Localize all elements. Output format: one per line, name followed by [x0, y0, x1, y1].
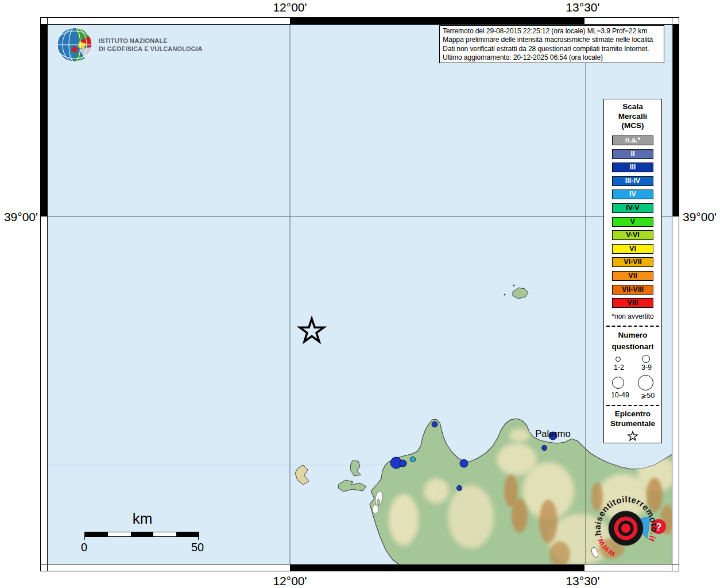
size-label-10-49: 10-49	[611, 391, 629, 400]
legend-panel: Scala Mercalli (MCS) n.a.*IIIIIIII-IVIVI…	[603, 99, 662, 443]
size-label-1-2: 1-2	[614, 363, 624, 372]
questionnaire-size-row-2	[605, 375, 660, 390]
lagoon-island	[377, 499, 380, 505]
ingv-globe-icon	[56, 26, 93, 63]
size-circle-1-2	[616, 357, 621, 362]
islet	[504, 294, 506, 296]
legend-divider-2	[606, 405, 659, 406]
info-line-3: Dati non verificati estratti da 28 quest…	[443, 45, 661, 53]
lagoon-2	[373, 505, 378, 514]
mcs-swatch: VIII	[612, 298, 653, 308]
mcs-swatch: IV	[612, 189, 653, 199]
frame-corner	[41, 18, 48, 25]
scale-bar-end: 50	[191, 541, 204, 554]
size-label-3-9: 3-9	[641, 363, 652, 372]
scale-bar-start: 0	[81, 541, 87, 554]
epicenter-legend-star-icon	[625, 430, 641, 443]
legend-title: Scala Mercalli (MCS)	[618, 102, 647, 131]
mcs-swatch: III-IV	[612, 176, 653, 186]
scale-bar-segments	[85, 532, 199, 537]
map-page: 12°00' 13°30' 12°00' 13°30' 39°00' 39°00…	[0, 0, 720, 588]
mcs-swatch: VI	[612, 244, 653, 254]
mcs-swatch: VII	[612, 271, 653, 281]
ingv-name-line-2: DI GEOFISICA E VULCANOLOGIA	[99, 45, 203, 53]
questionnaire-size-row-1	[605, 355, 660, 363]
legend-divider	[606, 326, 659, 327]
mcs-swatch: III	[612, 163, 653, 172]
mcs-swatch: VI-VII	[612, 257, 653, 267]
mcs-swatch: IV-V	[612, 203, 653, 213]
locality-dot	[400, 460, 407, 467]
epicenter-legend-title: Epicentro Strumentale	[610, 409, 655, 428]
mcs-swatch: V	[612, 217, 653, 227]
ingv-logo: ISTITUTO NAZIONALE DI GEOFISICA E VULCAN…	[56, 26, 208, 63]
locality-dot	[457, 486, 462, 491]
city-label-palermo: Palermo	[535, 428, 570, 439]
mcs-swatch: V-VI	[612, 230, 653, 240]
scale-bar-unit: km	[79, 510, 206, 528]
mcs-swatch: VII-VIII	[612, 285, 653, 295]
legend-footnote: *non avvertito	[611, 312, 653, 320]
islet	[513, 285, 515, 287]
locality-dot	[542, 446, 547, 451]
locality-dot	[411, 457, 416, 462]
scale-bar: km 0 50	[79, 510, 206, 528]
size-circle-10-49	[612, 377, 624, 389]
frame-corner	[672, 18, 679, 25]
frame-corner	[672, 564, 679, 571]
size-circle-50	[638, 375, 653, 390]
size-label-50: ⩾50	[641, 391, 655, 400]
info-line-1: Terremoto del 29-08-2015 22:25:12 (ora l…	[443, 27, 661, 36]
questionnaires-title: Numero questionari	[612, 330, 654, 353]
ingv-name-line-1: ISTITUTO NAZIONALE	[99, 37, 203, 45]
locality-dot	[460, 459, 468, 467]
info-line-2: Mappa preliminare delle intensità macros…	[443, 36, 661, 44]
info-line-4: Ultimo aggiornamento: 20-12-2025 06:54 (…	[443, 53, 661, 62]
mcs-swatch: n.a.*	[612, 136, 653, 145]
size-circle-3-9	[642, 355, 650, 363]
frame-corner	[41, 564, 48, 571]
mcs-swatch: II	[612, 149, 653, 159]
locality-dot	[432, 421, 438, 427]
mcs-scale-list: n.a.*IIIIIIII-IVIVIV-VVV-VIVIVI-VIIVIIVI…	[612, 132, 653, 308]
map-area: Palermo	[48, 25, 678, 567]
earthquake-info-box: Terremoto del 29-08-2015 22:25:12 (ora l…	[439, 25, 664, 63]
